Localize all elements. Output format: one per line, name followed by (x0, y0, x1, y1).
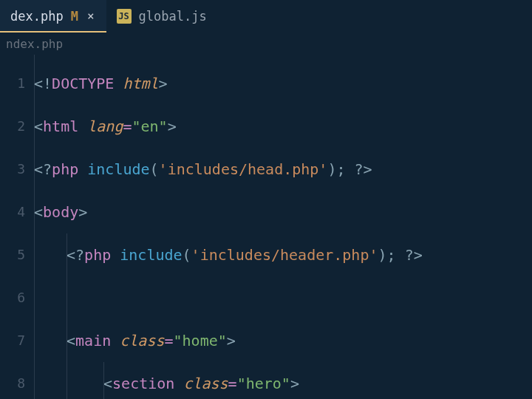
code-line: <html lang="en"> (34, 105, 532, 148)
indent-guide (66, 233, 67, 276)
breadcrumb-item: ndex.php (6, 37, 63, 51)
breadcrumb[interactable]: ndex.php (0, 33, 532, 55)
code-area[interactable]: <!DOCTYPE html> <html lang="en"> <?php i… (34, 55, 532, 399)
line-number: 7 (0, 319, 34, 362)
indent-guide (66, 276, 67, 319)
line-number: 3 (0, 148, 34, 191)
indent-guide (66, 319, 67, 362)
tab-bar: dex.php M × JS global.js (0, 0, 532, 33)
code-editor[interactable]: 1 2 3 4 5 6 7 8 <!DOCTYPE html> <html la… (0, 55, 532, 399)
indent-guide (66, 362, 67, 399)
indent-guide (103, 362, 104, 399)
line-number: 8 (0, 362, 34, 399)
line-number-gutter: 1 2 3 4 5 6 7 8 (0, 55, 34, 399)
modified-badge: M (71, 9, 78, 24)
code-line: <body> (34, 191, 532, 233)
close-icon[interactable]: × (86, 10, 96, 22)
tab-global-js[interactable]: JS global.js (106, 0, 217, 33)
line-number: 6 (0, 276, 34, 319)
code-line: <?php include('includes/head.php'); ?> (34, 148, 532, 191)
tab-filename: global.js (139, 9, 207, 24)
code-line: <main class="home"> (34, 319, 532, 362)
tab-filename: dex.php (10, 9, 64, 24)
line-number: 4 (0, 191, 34, 233)
code-line (34, 276, 532, 319)
tab-index-php[interactable]: dex.php M × (0, 0, 106, 33)
code-line: <section class="hero"> (34, 362, 532, 399)
code-line: <?php include('includes/header.php'); ?> (34, 233, 532, 276)
line-number: 5 (0, 233, 34, 276)
code-line: <!DOCTYPE html> (34, 62, 532, 105)
line-number: 2 (0, 105, 34, 148)
line-number: 1 (0, 62, 34, 105)
js-file-icon: JS (117, 9, 132, 24)
